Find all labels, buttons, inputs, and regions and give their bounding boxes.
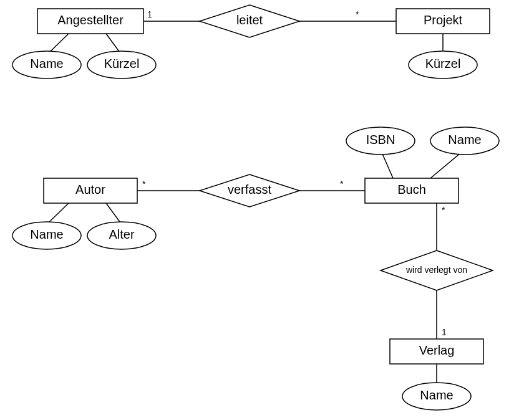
attr-buch-isbn-label: ISBN [366,133,395,146]
er-diagram: Angestellter leitet Projekt 1 * Name Kür… [0,0,524,420]
attr-projekt-kuerzel-label: Kürzel [425,57,461,70]
card-buch-verlegtVon: * [442,205,445,215]
attr-autor-name-label: Name [30,227,63,241]
relationship-verfasst-label: verfasst [228,183,271,196]
entity-buch-label: Buch [397,183,426,196]
attr-autor-alter-label: Alter [109,227,134,241]
card-angestellter-leitet: 1 [147,9,152,19]
relationship-verlegtVon-label: wird verlegt von [405,265,467,275]
entity-verlag-label: Verlag [419,343,455,357]
entity-angestellter-label: Angestellter [57,13,124,27]
attr-buch-name-label: Name [448,133,481,146]
edge-autor-name [47,203,69,224]
attr-verlag-name-label: Name [420,388,453,402]
card-verlag-verlegtVon: 1 [442,327,447,337]
relationship-leitet-label: leitet [236,13,263,27]
card-buch-verfasst: * [340,179,344,189]
edge-autor-alter [106,203,122,224]
card-projekt-leitet: * [356,9,359,19]
card-autor-verfasst: * [142,179,146,189]
entity-autor-label: Autor [75,183,105,196]
attr-angestellter-name-label: Name [30,57,63,70]
entity-projekt-label: Projekt [424,13,463,27]
attr-angestellter-kuerzel-label: Kürzel [104,57,140,70]
